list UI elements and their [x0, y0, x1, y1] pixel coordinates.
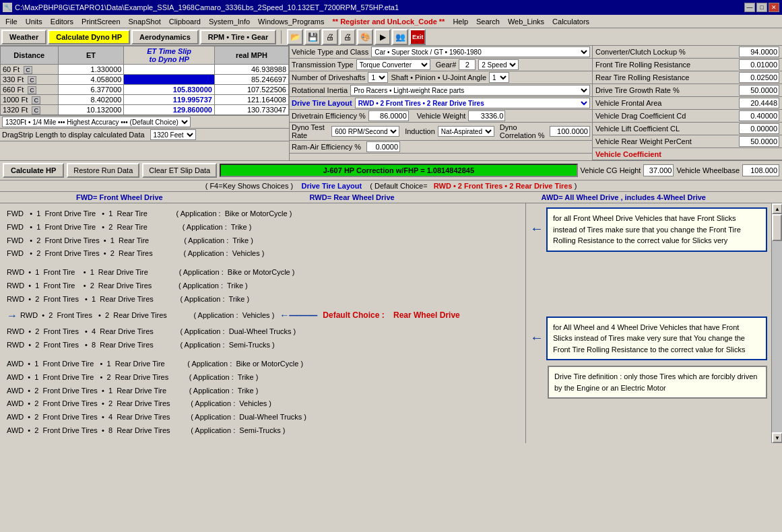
drag-coeff-input[interactable]: [739, 110, 779, 121]
drive-list-content[interactable]: FWD • 1 Front Drive Tire • 1 Rear Tire (…: [0, 203, 525, 443]
menu-file[interactable]: File: [1, 16, 22, 27]
rotational-select[interactable]: Pro Racers • Light-weight Race parts: [350, 85, 590, 96]
accuracy-select[interactable]: 1320Ft • 1/4 Mile ••• Highest Accuracy •…: [2, 117, 191, 127]
users-icon[interactable]: 👥: [392, 29, 408, 45]
dyno-corr-input[interactable]: [550, 126, 590, 137]
fwd-row-2: FWD • 1 Front Drive Tire • 2 Rear Tire (…: [7, 221, 519, 234]
rear-weight-label: Vehicle Rear Weight PerCent: [595, 137, 692, 145]
awd-row-2: AWD • 1 Front Drive Tire • 2 Rear Drive …: [7, 371, 519, 385]
rear-rolling-input[interactable]: [739, 72, 779, 83]
vehicle-type-select[interactable]: Car • Super Stock / GT • 1960-1980: [371, 46, 590, 57]
minimize-button[interactable]: —: [744, 3, 755, 12]
drive-def-text: Drive Tire definition : only those Tires…: [554, 372, 757, 392]
exit-icon[interactable]: Exit: [410, 29, 426, 45]
scroll-thumb[interactable]: [772, 214, 782, 241]
table-row: 60 Ft C 1.330000 46.938988: [1, 65, 289, 75]
drivetrain-label: Drivetrain Efficiency %: [292, 112, 366, 120]
calc-hp-button[interactable]: Calculate HP: [3, 163, 64, 178]
cg-height-input[interactable]: [643, 164, 674, 176]
scroll-down-button[interactable]: ▼: [772, 432, 782, 443]
print2-icon[interactable]: 🖨: [339, 29, 356, 45]
print-icon[interactable]: 🖨: [322, 29, 338, 45]
scroll-up-button[interactable]: ▲: [772, 203, 782, 214]
clear-et-slip-button[interactable]: Clear ET Slip Data: [142, 163, 217, 178]
menu-calculators[interactable]: Calculators: [548, 16, 593, 27]
induction-select[interactable]: Nat-Aspirated: [438, 126, 494, 137]
c-badge-1[interactable]: C: [24, 66, 32, 74]
menu-units[interactable]: Units: [22, 16, 46, 27]
front-rolling-input[interactable]: [739, 59, 779, 70]
menu-windows[interactable]: Windows_Programs: [254, 16, 328, 27]
c-badge-2[interactable]: C: [28, 76, 36, 84]
menu-weblinks[interactable]: Web_Links: [504, 16, 548, 27]
driveshafts-select[interactable]: 1: [368, 72, 388, 83]
rear-weight-input[interactable]: [739, 136, 779, 147]
rpm-tire-gear-button[interactable]: RPM • Tire • Gear: [200, 30, 276, 44]
c-badge-4[interactable]: C: [32, 96, 40, 104]
titlebar-title: C:\MaxPBHP8G\ETAPRO1\Data\Example_SSIA_1…: [15, 3, 399, 11]
drive-layout-row: Drive Tire Layout RWD • 2 Front Tires • …: [290, 97, 592, 110]
speed-select[interactable]: 2 Speed: [478, 59, 519, 70]
c-badge-3[interactable]: C: [28, 86, 36, 94]
default-choice-value: RWD • 2 Front Tires • 2 Rear Drive Tires: [434, 182, 573, 190]
menu-sysinfo[interactable]: System_Info: [205, 16, 254, 27]
table-row: 660 Ft C 6.377000 105.830000 107.522506: [1, 85, 289, 95]
shaft-select[interactable]: 1: [489, 72, 509, 83]
weather-button[interactable]: Weather: [1, 30, 46, 44]
dragstrip-select[interactable]: 1320 Feet: [150, 129, 196, 140]
calc-dyno-hp-button[interactable]: Calculate Dyno HP: [48, 30, 130, 44]
menu-register[interactable]: ** Register and UnLock_Code **: [329, 16, 449, 27]
folder-open-icon[interactable]: 📂: [287, 29, 303, 45]
color-icon[interactable]: 🎨: [357, 29, 373, 45]
frontal-area-label: Vehicle Frontal Area: [595, 99, 661, 107]
menu-search[interactable]: Search: [472, 16, 504, 27]
maximize-button[interactable]: □: [756, 3, 767, 12]
dyno-test-select[interactable]: 600 RPM/Second: [331, 126, 399, 137]
scroll-area: FWD • 1 Front Drive Tire • 1 Rear Tire (…: [0, 203, 782, 443]
gear-input[interactable]: [459, 59, 476, 70]
side-notes-panel: ← for all Front Wheel Drive Vehicles tha…: [525, 203, 771, 443]
ram-air-input[interactable]: [366, 141, 400, 152]
menu-clipboard[interactable]: Clipboard: [165, 16, 205, 27]
converter-input[interactable]: [739, 46, 779, 57]
awd-row-6: AWD • 2 Front Drive Tires • 8 Rear Drive…: [7, 424, 519, 438]
fwd-tooltip-box: for all Front Wheel Drive Vehicles that …: [546, 207, 767, 252]
drive-growth-input[interactable]: [739, 85, 779, 96]
play-icon[interactable]: ▶: [374, 29, 391, 45]
awd-arrow: ←: [530, 330, 544, 345]
accuracy-row: 1320Ft • 1/4 Mile ••• Highest Accuracy •…: [0, 115, 289, 129]
table-row: 1000 Ft C 8.402000 119.995737 121.164008: [1, 95, 289, 105]
awd-tooltip-text: for All Wheel and 4 Wheel Drive Vehicles…: [553, 323, 746, 354]
f4-key-hint: ( F4=Key Shows Choices ): [205, 182, 294, 190]
et-timeslip-header: ET Time Slipto Dyno HP: [124, 46, 215, 65]
vertical-scrollbar[interactable]: ▲ ▼: [771, 203, 782, 443]
drive-layout-select[interactable]: RWD • 2 Front Tires • 2 Rear Drive Tires: [355, 98, 590, 108]
rwd-row-5: RWD • 2 Front Tires • 4 Rear Drive Tires…: [7, 325, 519, 339]
menu-help[interactable]: Help: [449, 16, 472, 27]
menu-snapshot[interactable]: SnapShot: [125, 16, 165, 27]
aerodynamics-button[interactable]: Aerodynamics: [131, 30, 199, 44]
wheelbase-input[interactable]: [742, 164, 779, 176]
table-row: 1320 Ft C 10.132000 129.860000 130.73304…: [1, 105, 289, 115]
menu-printscreen[interactable]: PrintScreen: [77, 16, 124, 27]
shaft-label: Shaft • Pinion • U-Joint Angle: [391, 73, 486, 81]
close-button[interactable]: ✕: [769, 3, 779, 12]
menu-editors[interactable]: Editors: [46, 16, 77, 27]
driveshafts-label: Number of Driveshafts: [292, 73, 365, 81]
vehicle-weight-input[interactable]: [468, 110, 505, 121]
frontal-area-input[interactable]: [739, 98, 779, 108]
drivetrain-input[interactable]: [368, 110, 409, 121]
scroll-track[interactable]: [772, 214, 782, 432]
restore-button[interactable]: Restore Run Data: [67, 163, 139, 178]
awd-row-1: AWD • 1 Front Drive Tire • 1 Rear Drive …: [7, 358, 519, 371]
gear-hash-label: Gear#: [436, 61, 457, 69]
c-badge-5[interactable]: C: [32, 106, 40, 114]
lift-coeff-input[interactable]: [739, 123, 779, 134]
awd-tooltip-box: for All Wheel and 4 Wheel Drive Vehicles…: [546, 317, 767, 361]
transmission-select[interactable]: Torque Converter: [356, 59, 430, 70]
drive-layout-label: Drive Tire Layout: [292, 99, 352, 107]
bottom-controls: Calculate HP Restore Run Data Clear ET S…: [0, 161, 782, 180]
drive-tire-layout-label: Drive Tire Layout: [301, 182, 362, 190]
save-icon[interactable]: 💾: [304, 29, 321, 45]
drive-def-box: Drive Tire definition : only those Tires…: [548, 366, 767, 399]
